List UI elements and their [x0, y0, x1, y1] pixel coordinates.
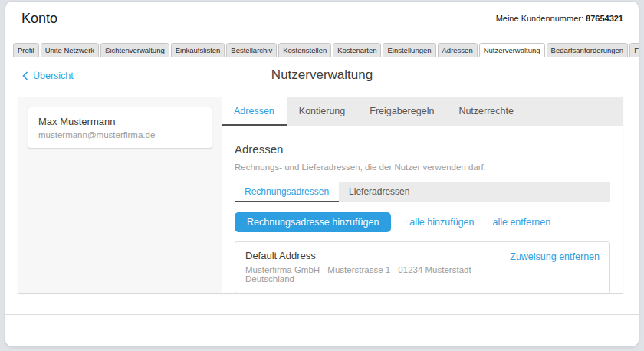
tab-sichtenverwaltung[interactable]: Sichtenverwaltung — [100, 43, 169, 57]
user-email: mustermann@musterfirma.de — [38, 130, 202, 139]
address-row: Default Address Musterfirma GmbH - Muste… — [235, 241, 610, 294]
tab-profil[interactable]: Profil — [13, 43, 39, 57]
nutzerverwaltung-panel: Übersicht Nutzerverwaltung Max Musterman… — [5, 57, 639, 315]
section-subheader: Übersicht Nutzerverwaltung — [5, 57, 639, 97]
tab-kostenstellen[interactable]: Kostenstellen — [278, 43, 331, 57]
detail-tabs: Adressen Kontierung Freigaberegeln Nutze… — [222, 97, 623, 126]
customer-number-label: Meine Kundennummer: — [496, 14, 583, 23]
user-management-card: Max Mustermann mustermann@musterfirma.de… — [18, 97, 623, 294]
customer-number: Meine Kundennummer: 87654321 — [496, 14, 623, 23]
detail-tab-nutzerrechte[interactable]: Nutzerrechte — [446, 97, 526, 126]
user-list-item[interactable]: Max Mustermann mustermann@musterfirma.de — [28, 107, 212, 149]
detail-tab-freigaberegeln[interactable]: Freigaberegeln — [357, 97, 446, 126]
remove-all-link[interactable]: alle entfernen — [492, 217, 550, 228]
address-info: Default Address Musterfirma GmbH - Muste… — [245, 250, 510, 284]
subtab-rechnungsadressen[interactable]: Rechnungsadressen — [235, 182, 339, 202]
page-title: Konto — [21, 10, 58, 27]
addresses-heading: Adressen — [235, 143, 610, 156]
address-details: Musterfirma GmbH - Musterstrasse 1 - 012… — [245, 265, 510, 284]
tab-bestellarchiv[interactable]: Bestellarchiv — [226, 43, 277, 57]
tab-einstellungen[interactable]: Einstellungen — [383, 43, 435, 57]
konto-page: Konto Meine Kundennummer: 87654321 Profi… — [5, 1, 639, 347]
detail-tab-adressen[interactable]: Adressen — [222, 97, 287, 126]
addresses-section: Adressen Rechnungs- und Lieferadressen, … — [222, 126, 623, 294]
tab-nutzerverwaltung[interactable]: Nutzerverwaltung — [479, 43, 545, 57]
add-all-link[interactable]: alle hinzufügen — [409, 217, 474, 228]
address-name: Default Address — [245, 250, 510, 261]
account-tabs: Profil Unite Netzwerk Sichtenverwaltung … — [5, 43, 639, 57]
tab-finanzen[interactable]: Finanzen — [629, 43, 639, 57]
tab-bedarfsanforderungen[interactable]: Bedarfsanforderungen — [547, 43, 629, 57]
tab-einkaufslisten[interactable]: Einkaufslisten — [171, 43, 225, 57]
subtab-lieferadressen[interactable]: Lieferadressen — [339, 182, 419, 202]
customer-number-value: 87654321 — [586, 14, 623, 23]
address-actions: Rechnungsadresse hinzufügen alle hinzufü… — [235, 212, 610, 232]
page-header: Konto Meine Kundennummer: 87654321 — [5, 2, 639, 27]
user-name: Max Mustermann — [38, 116, 202, 127]
section-title: Nutzerverwaltung — [5, 67, 639, 83]
user-detail-panel: Adressen Kontierung Freigaberegeln Nutze… — [222, 97, 623, 293]
detail-tab-kontierung[interactable]: Kontierung — [287, 97, 357, 126]
tab-adressen[interactable]: Adressen — [438, 43, 478, 57]
user-list-sidebar: Max Mustermann mustermann@musterfirma.de — [18, 97, 222, 293]
remove-assignment-link[interactable]: Zuweisung entfernen — [510, 251, 600, 262]
tab-kostenarten[interactable]: Kostenarten — [333, 43, 381, 57]
address-type-tabs: Rechnungsadressen Lieferadressen — [235, 182, 610, 202]
addresses-description: Rechnungs- und Lieferadressen, die der N… — [235, 162, 610, 172]
tab-unite-netzwerk[interactable]: Unite Netzwerk — [41, 43, 99, 57]
add-billing-address-button[interactable]: Rechnungsadresse hinzufügen — [235, 212, 391, 232]
